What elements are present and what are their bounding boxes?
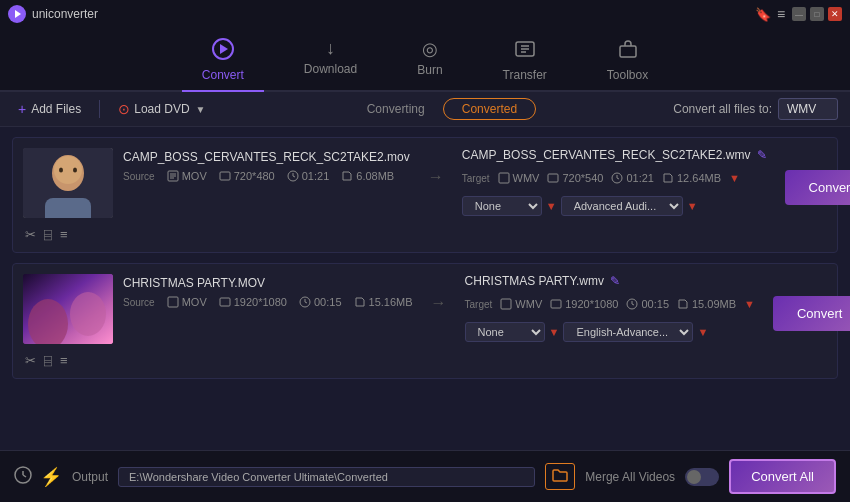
close-btn[interactable]: ✕	[828, 7, 842, 21]
transfer-nav-icon	[514, 38, 536, 65]
file2-duration-chip: 00:15	[299, 296, 342, 308]
svg-point-13	[59, 168, 63, 173]
crop-icon-1[interactable]: ⌸	[44, 227, 52, 242]
file2-audio-arrow: ▼	[697, 326, 708, 338]
file1-tgt-arrow[interactable]: ▼	[729, 172, 740, 184]
title-bar-controls: 🔖 ≡ — □ ✕	[756, 7, 842, 21]
file2-tgt-arrow[interactable]: ▼	[744, 298, 755, 310]
nav-item-toolbox[interactable]: Toolbox	[587, 34, 668, 90]
file1-source-label: Source	[123, 171, 155, 182]
file1-tgt-size: 12.64MB	[677, 172, 721, 184]
settings-icon-2[interactable]: ≡	[60, 353, 68, 368]
settings-icon-1[interactable]: ≡	[60, 227, 68, 242]
load-dvd-arrow[interactable]: ▼	[196, 104, 206, 115]
file1-subtitle-select[interactable]: None	[462, 196, 542, 216]
nav-label-toolbox: Toolbox	[607, 68, 648, 82]
file2-edit-icon[interactable]: ✎	[610, 274, 620, 288]
output-label: Output	[72, 470, 108, 484]
app-logo	[8, 5, 26, 23]
nav-label-burn: Burn	[417, 63, 442, 77]
nav-item-download[interactable]: ↓ Download	[284, 34, 377, 90]
burn-nav-icon: ◎	[422, 38, 438, 60]
format-select[interactable]: WMV MP4 AVI MOV MKV	[778, 98, 838, 120]
folder-button[interactable]	[545, 463, 575, 490]
svg-rect-31	[168, 297, 178, 307]
scissors-icon-2[interactable]: ✂	[25, 353, 36, 368]
svg-marker-3	[220, 44, 228, 54]
file1-convert-button[interactable]: Convert	[785, 170, 850, 205]
file2-tgt-size: 15.09MB	[692, 298, 736, 310]
file2-subtitle-select[interactable]: None	[465, 322, 545, 342]
file2-tgt-filename: CHRISTMAS PARTY.wmv	[465, 274, 604, 288]
merge-toggle[interactable]	[685, 468, 719, 486]
bottom-icons: ⚡	[14, 466, 62, 488]
file2-size-chip: 15.16MB	[354, 296, 413, 308]
file1-tgt-size-chip: 12.64MB	[662, 172, 721, 184]
file1-dropdowns: None ▼ Advanced Audi... ▼	[462, 196, 767, 216]
load-dvd-button[interactable]: ⊙ Load DVD ▼	[112, 98, 211, 120]
svg-rect-36	[501, 299, 511, 309]
file1-tgt-format: WMV	[513, 172, 540, 184]
add-files-button[interactable]: + Add Files	[12, 98, 87, 120]
format-dropdown-wrap[interactable]: WMV MP4 AVI MOV MKV	[778, 98, 838, 120]
file1-subtitle-arrow: ▼	[546, 200, 557, 212]
file1-target-name: CAMP_BOSS_CERVANTES_RECK_SC2TAKE2.wmv ✎	[462, 148, 767, 162]
convert-nav-icon	[212, 38, 234, 65]
title-bar: uniconverter 🔖 ≡ — □ ✕	[0, 0, 850, 28]
file1-audio-select[interactable]: Advanced Audi...	[561, 196, 683, 216]
file2-convert-button[interactable]: Convert	[773, 296, 850, 331]
file2-tgt-dur-chip: 00:15	[626, 298, 669, 310]
nav-label-transfer: Transfer	[503, 68, 547, 82]
tab-converted[interactable]: Converted	[443, 98, 536, 120]
tab-converting[interactable]: Converting	[349, 98, 443, 120]
arrow-right-icon-2: →	[431, 294, 447, 312]
file1-duration-chip: 01:21	[287, 170, 330, 182]
toggle-knob	[687, 470, 701, 484]
file1-edit-icon[interactable]: ✎	[757, 148, 767, 162]
file2-target-name: CHRISTMAS PARTY.wmv ✎	[465, 274, 755, 288]
scissors-icon-1[interactable]: ✂	[25, 227, 36, 242]
settings-icon-btn[interactable]: 🔖	[756, 7, 770, 21]
crop-icon-2[interactable]: ⌸	[44, 353, 52, 368]
svg-line-40	[632, 304, 634, 305]
svg-point-11	[54, 156, 82, 184]
file2-convert-wrap: Convert	[765, 274, 850, 331]
file2-src-dur: 00:15	[314, 296, 342, 308]
app-title: uniconverter	[32, 7, 98, 21]
nav-item-convert[interactable]: Convert	[182, 34, 264, 90]
nav-bar: Convert ↓ Download ◎ Burn Transfer Toolb…	[0, 28, 850, 92]
file1-tools: ✂ ⌸ ≡	[23, 227, 113, 242]
convert-all-files-area: Convert all files to: WMV MP4 AVI MOV MK…	[673, 98, 838, 120]
file2-tgt-format-chip: WMV	[500, 298, 542, 310]
lightning-icon[interactable]: ⚡	[40, 466, 62, 488]
maximize-btn[interactable]: □	[810, 7, 824, 21]
merge-label: Merge All Videos	[585, 470, 675, 484]
file2-subtitle-arrow: ▼	[549, 326, 560, 338]
file1-thumbnail	[23, 148, 113, 218]
file1-name: CAMP_BOSS_CERVANTES_RECK_SC2TAKE2.mov	[123, 150, 410, 164]
file2-arrow: →	[423, 274, 455, 312]
file1-tgt-res-chip: 720*540	[547, 172, 603, 184]
convert-all-button[interactable]: Convert All	[729, 459, 836, 494]
clock-icon[interactable]	[14, 466, 32, 488]
minimize-btn[interactable]: —	[792, 7, 806, 21]
file1-tgt-dur: 01:21	[626, 172, 654, 184]
svg-rect-12	[45, 198, 91, 218]
nav-item-transfer[interactable]: Transfer	[483, 34, 567, 90]
dvd-icon: ⊙	[118, 101, 130, 117]
file1-src-dur: 01:21	[302, 170, 330, 182]
file-row-1: ✂ ⌸ ≡ CAMP_BOSS_CERVANTES_RECK_SC2TAKE2.…	[12, 137, 838, 253]
file1-target-label: Target	[462, 173, 490, 184]
file1-tgt-filename: CAMP_BOSS_CERVANTES_RECK_SC2TAKE2.wmv	[462, 148, 751, 162]
svg-line-27	[617, 178, 619, 179]
svg-rect-32	[220, 298, 230, 306]
svg-rect-24	[548, 174, 558, 182]
file2-tgt-size-chip: 15.09MB	[677, 298, 736, 310]
file2-audio-select[interactable]: English-Advance...	[563, 322, 693, 342]
svg-line-35	[305, 302, 307, 303]
output-path[interactable]: E:\Wondershare Video Converter Ultimate\…	[118, 467, 535, 487]
nav-item-burn[interactable]: ◎ Burn	[397, 34, 462, 90]
load-dvd-label: Load DVD	[134, 102, 189, 116]
menu-btn[interactable]: ≡	[774, 7, 788, 21]
add-icon: +	[18, 101, 26, 117]
